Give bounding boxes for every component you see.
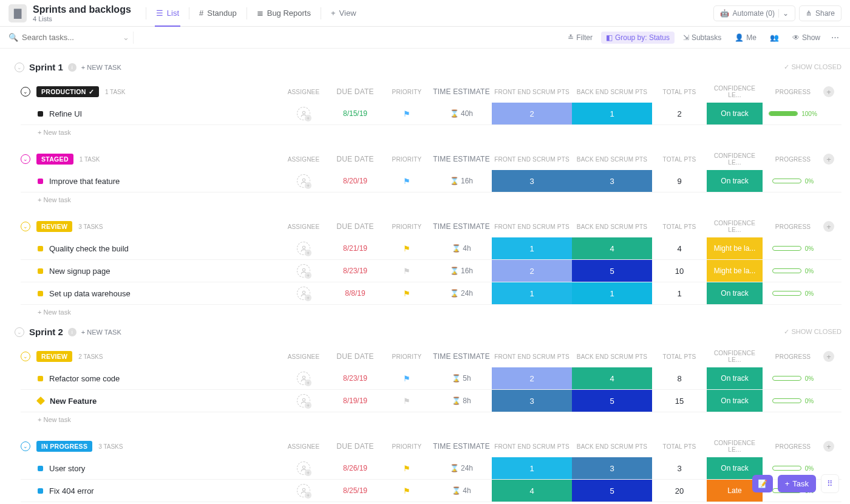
show-closed-link[interactable]: ✓ SHOW CLOSED: [784, 63, 841, 71]
progress-cell[interactable]: 0%: [763, 375, 823, 382]
back-end-points[interactable]: 5: [572, 260, 652, 282]
add-column-button[interactable]: +: [823, 351, 834, 362]
priority-flag-icon[interactable]: ⚑: [403, 397, 410, 406]
more-icon[interactable]: ⋯: [829, 33, 841, 42]
new-task-link[interactable]: + New task: [21, 305, 841, 319]
priority-flag-icon[interactable]: ⚑: [403, 289, 410, 298]
task-row[interactable]: Set up data warehouse 8/8/19 ⚑ ⌛24h 1 1 …: [21, 282, 841, 305]
priority-flag-icon[interactable]: ⚑: [403, 374, 410, 383]
me-button[interactable]: 👤Me: [730, 32, 761, 44]
task-row[interactable]: Quality check the build 8/21/19 ⚑ ⌛4h 1 …: [21, 237, 841, 260]
assignee-add-icon[interactable]: [297, 394, 310, 407]
due-date[interactable]: 8/19/19: [328, 397, 382, 405]
assignee-add-icon[interactable]: [297, 264, 310, 278]
priority-flag-icon[interactable]: ⚑: [403, 244, 410, 253]
collapse-toggle[interactable]: ⌄: [21, 87, 30, 97]
front-end-points[interactable]: 1: [492, 282, 572, 304]
collapse-toggle[interactable]: ⌄: [21, 222, 30, 231]
view-tab-list[interactable]: ☰ List: [149, 0, 186, 27]
status-badge[interactable]: REVIEW: [36, 221, 72, 232]
confidence-level[interactable]: On track: [707, 103, 763, 124]
time-estimate[interactable]: ⌛5h: [431, 374, 492, 383]
due-date[interactable]: 8/26/19: [328, 464, 382, 472]
collapse-toggle[interactable]: ⌄: [15, 327, 24, 337]
confidence-level[interactable]: On track: [707, 282, 763, 304]
progress-cell[interactable]: 0%: [763, 245, 823, 252]
front-end-points[interactable]: 2: [492, 260, 572, 282]
chevron-down-icon[interactable]: ⌄: [123, 33, 129, 42]
collapse-toggle[interactable]: ⌄: [21, 352, 30, 361]
new-task-link[interactable]: + NEW TASK: [81, 64, 121, 71]
due-date[interactable]: 8/23/19: [328, 374, 382, 383]
add-column-button[interactable]: +: [823, 441, 834, 452]
front-end-points[interactable]: 2: [492, 367, 572, 389]
collapse-toggle[interactable]: ⌄: [21, 154, 30, 164]
add-column-button[interactable]: +: [823, 221, 834, 232]
progress-cell[interactable]: 0%: [763, 290, 823, 297]
collapse-toggle[interactable]: ⌄: [21, 441, 30, 451]
task-row[interactable]: User story 8/26/19 ⚑ ⌛24h 1 3 3 On track…: [21, 457, 841, 480]
new-task-link[interactable]: + New task: [21, 412, 841, 427]
due-date[interactable]: 8/21/19: [328, 244, 382, 253]
filter-button[interactable]: ≛Filter: [563, 32, 597, 44]
progress-cell[interactable]: 0%: [763, 465, 823, 472]
group-by-button[interactable]: ◧Group by: Status: [601, 32, 675, 44]
show-button[interactable]: 👁Show: [787, 32, 825, 44]
time-estimate[interactable]: ⌛8h: [431, 397, 492, 405]
search-wrap[interactable]: 🔍 ⌄: [8, 33, 129, 42]
assignee-add-icon[interactable]: [297, 372, 310, 385]
front-end-points[interactable]: 2: [492, 103, 572, 124]
front-end-points[interactable]: 1: [492, 237, 572, 259]
back-end-points[interactable]: 4: [572, 367, 652, 389]
new-task-link[interactable]: + New task: [21, 192, 841, 207]
view-tab-standup[interactable]: # Standup: [192, 0, 244, 27]
back-end-points[interactable]: 4: [572, 237, 652, 259]
status-badge[interactable]: PRODUCTION ✓: [36, 86, 99, 97]
due-date[interactable]: 8/20/19: [328, 177, 382, 185]
back-end-points[interactable]: 3: [572, 170, 652, 192]
time-estimate[interactable]: ⌛16h: [431, 177, 492, 185]
due-date[interactable]: 8/15/19: [328, 109, 382, 118]
back-end-points[interactable]: 1: [572, 282, 652, 304]
task-row[interactable]: Refactor some code 8/23/19 ⚑ ⌛5h 2 4 8 O…: [21, 367, 841, 390]
progress-cell[interactable]: 0%: [763, 268, 823, 274]
front-end-points[interactable]: 4: [492, 480, 572, 502]
notepad-fab[interactable]: 📝: [752, 475, 773, 492]
task-row[interactable]: Fix 404 error 8/25/19 ⚑ ⌛4h 4 5 20 Late …: [21, 480, 841, 502]
task-row[interactable]: Improve that feature 8/20/19 ⚑ ⌛16h 3 3 …: [21, 170, 841, 192]
front-end-points[interactable]: 3: [492, 170, 572, 192]
due-date[interactable]: 8/25/19: [328, 486, 382, 495]
info-icon[interactable]: i: [68, 328, 76, 336]
priority-flag-icon[interactable]: ⚑: [403, 109, 410, 118]
due-date[interactable]: 8/8/19: [328, 289, 382, 298]
assignee-add-icon[interactable]: [297, 174, 310, 188]
confidence-level[interactable]: Might be la...: [707, 237, 763, 259]
confidence-level[interactable]: Might be la...: [707, 260, 763, 282]
back-end-points[interactable]: 5: [572, 390, 652, 412]
assignee-add-icon[interactable]: [297, 461, 310, 475]
time-estimate[interactable]: ⌛16h: [431, 267, 492, 275]
progress-cell[interactable]: 0%: [763, 398, 823, 404]
time-estimate[interactable]: ⌛24h: [431, 289, 492, 298]
assignee-add-icon[interactable]: [297, 287, 310, 300]
add-column-button[interactable]: +: [823, 86, 834, 97]
confidence-level[interactable]: On track: [707, 367, 763, 389]
subtasks-button[interactable]: ⇲Subtasks: [678, 32, 726, 44]
add-view-button[interactable]: + View: [324, 0, 364, 27]
status-badge[interactable]: IN PROGRESS: [36, 441, 92, 452]
time-estimate[interactable]: ⌛4h: [431, 486, 492, 495]
search-input[interactable]: [22, 33, 119, 42]
assignee-add-icon[interactable]: [297, 242, 310, 255]
progress-cell[interactable]: 100%: [763, 111, 823, 117]
status-badge[interactable]: STAGED: [36, 154, 73, 165]
assignees-button[interactable]: 👥: [765, 32, 784, 44]
status-badge[interactable]: REVIEW: [36, 351, 72, 362]
task-row[interactable]: New signup page 8/23/19 ⚑ ⌛16h 2 5 10 Mi…: [21, 260, 841, 282]
assignee-add-icon[interactable]: [297, 107, 310, 120]
priority-flag-icon[interactable]: ⚑: [403, 177, 410, 186]
task-row[interactable]: New Feature 8/19/19 ⚑ ⌛8h 3 5 15 On trac…: [21, 390, 841, 412]
priority-flag-icon[interactable]: ⚑: [403, 267, 410, 276]
priority-flag-icon[interactable]: ⚑: [403, 486, 410, 495]
time-estimate[interactable]: ⌛4h: [431, 244, 492, 253]
time-estimate[interactable]: ⌛24h: [431, 464, 492, 472]
